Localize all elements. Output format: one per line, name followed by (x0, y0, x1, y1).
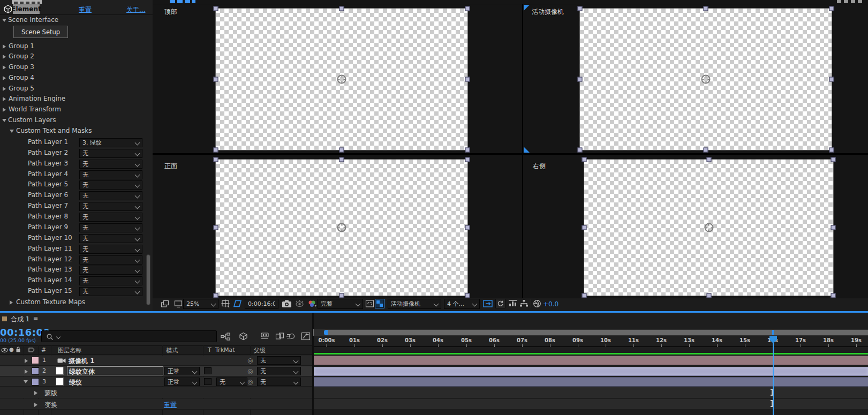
path-layer-select[interactable]: 无 (79, 180, 142, 190)
show-channel-icon[interactable] (307, 299, 317, 308)
motion-blur-icon[interactable] (286, 332, 295, 341)
view-layout-select[interactable]: 4 个... (444, 299, 480, 309)
layer-row-2[interactable]: 2 绿纹立体 正常 ◎ 无 (0, 366, 312, 376)
column-layer-name[interactable]: 图层名称 (58, 346, 81, 354)
blend-mode-select[interactable]: 正常 (164, 378, 200, 386)
layer-label-color[interactable] (32, 367, 39, 375)
path-layer-select[interactable]: 无 (79, 202, 142, 211)
time-navigator-start-handle[interactable] (324, 330, 328, 335)
layer-label-color[interactable] (32, 357, 39, 364)
trkmat-select[interactable]: 无 (216, 378, 247, 386)
expand-right-icon[interactable] (34, 403, 37, 407)
layer-name[interactable]: 绿纹立体 (69, 367, 95, 376)
selection-handle[interactable] (465, 225, 470, 230)
pickwhip-icon[interactable]: ◎ (247, 357, 253, 364)
group-group-4[interactable]: Group 4 (0, 73, 145, 83)
selection-handle[interactable] (706, 157, 711, 162)
grid-guides-icon[interactable] (221, 299, 230, 308)
selection-handle[interactable] (578, 77, 583, 82)
exposure-shutter-icon[interactable] (533, 299, 541, 308)
selection-handle[interactable] (582, 157, 587, 162)
current-time-field[interactable]: 0:00:16:00 (245, 299, 278, 309)
column-mode[interactable]: 模式 (166, 346, 178, 354)
parent-select[interactable]: 无 (257, 378, 301, 386)
effect-about-link[interactable]: 关于... (126, 5, 145, 14)
effect-name-highlight[interactable]: Element (13, 4, 40, 14)
comp-view-active-camera[interactable] (580, 9, 832, 150)
column-parent[interactable]: 父级 (254, 346, 266, 354)
group-scene-interface[interactable]: Scene Interface (0, 16, 145, 25)
pickwhip-icon[interactable]: ◎ (247, 367, 253, 375)
video-column-icon[interactable] (1, 348, 8, 353)
column-hash[interactable]: # (41, 346, 46, 353)
selection-handle[interactable] (465, 6, 470, 11)
transparency-grid-icon[interactable] (375, 299, 384, 308)
clipped-viewer-tab-fragment[interactable] (170, 0, 195, 3)
group-world-transform[interactable]: World Transform (0, 105, 145, 115)
pixel-aspect-icon[interactable] (508, 299, 517, 307)
scene-setup-button[interactable]: Scene Setup (13, 26, 68, 38)
comp-tab-label[interactable]: 合成 1 (11, 315, 29, 324)
path-layer-select[interactable]: 无 (79, 287, 142, 296)
selection-handle[interactable] (214, 77, 218, 82)
keyframe-ibeam[interactable] (769, 389, 775, 396)
group-group-2[interactable]: Group 2 (0, 52, 145, 62)
transform-property-row[interactable]: 变换 重置 (0, 399, 312, 410)
selection-handle[interactable] (582, 225, 587, 230)
group-group-5[interactable]: Group 5 (0, 84, 145, 94)
selection-handle[interactable] (831, 225, 836, 230)
panel-scrollbar[interactable] (146, 254, 150, 305)
layer-name[interactable]: 绿纹 (69, 378, 82, 387)
selection-handle[interactable] (339, 6, 344, 11)
path-layer-select[interactable]: 无 (79, 191, 142, 200)
path-layer-select[interactable]: 无 (79, 255, 142, 265)
selection-handle[interactable] (465, 77, 470, 82)
path-layer-select[interactable]: 3. 绿纹 (79, 138, 142, 147)
masks-property-row[interactable]: 蒙版 (0, 387, 312, 398)
comp-view-right[interactable] (584, 160, 833, 296)
label-column-icon[interactable] (28, 347, 35, 353)
mini-flowchart-icon[interactable] (221, 333, 230, 341)
path-layer-select[interactable]: 无 (79, 245, 142, 254)
blend-mode-select[interactable]: 正常 (164, 367, 200, 375)
resolution-select[interactable]: 完整 (318, 299, 363, 309)
selection-handle[interactable] (214, 6, 218, 11)
layer-row-1[interactable]: 1 摄像机 1 ◎ 无 (0, 356, 312, 366)
expand-right-icon[interactable] (34, 391, 37, 395)
expand-right-icon[interactable] (25, 359, 28, 363)
group-group-3[interactable]: Group 3 (0, 63, 145, 72)
selection-handle[interactable] (829, 6, 834, 11)
audio-column-icon[interactable]: ● (9, 346, 14, 352)
selection-handle[interactable] (214, 157, 218, 162)
column-t[interactable]: T (208, 346, 212, 353)
selection-handle[interactable] (704, 148, 708, 153)
selection-handle[interactable] (465, 148, 470, 153)
mask-visibility-icon[interactable] (232, 299, 243, 308)
selection-handle[interactable] (829, 77, 834, 82)
group-animation-engine[interactable]: Animation Engine (0, 94, 145, 104)
layer-row-3[interactable]: 3 绿纹 正常 无 ◎ 无 (0, 377, 312, 387)
refresh-view-icon[interactable] (495, 299, 505, 308)
layer-bar-layer3[interactable] (314, 377, 868, 387)
selection-handle[interactable] (704, 6, 708, 11)
effect-reset-link[interactable]: 重置 (79, 5, 92, 14)
shy-icon[interactable] (260, 332, 269, 341)
main-viewer-icon[interactable] (174, 300, 183, 308)
panel-menu-icon[interactable]: ≡ (33, 315, 38, 322)
column-trkmat[interactable]: TrkMat (215, 346, 235, 353)
path-layer-select[interactable]: 无 (79, 276, 142, 285)
share-view-icon[interactable] (482, 299, 493, 308)
selection-handle[interactable] (465, 157, 470, 162)
selection-handle[interactable] (214, 148, 218, 153)
group-group-1[interactable]: Group 1 (0, 42, 145, 51)
parent-select[interactable]: 无 (257, 367, 301, 375)
3d-view-select[interactable]: 活动摄像机 (388, 299, 441, 309)
masks-label[interactable]: 蒙版 (44, 389, 57, 398)
selection-handle[interactable] (829, 148, 834, 153)
time-ruler[interactable] (314, 336, 868, 347)
group-custom-layers[interactable]: Custom Layers (0, 116, 145, 125)
selection-handle[interactable] (339, 148, 344, 153)
pickwhip-icon[interactable]: ◎ (247, 378, 253, 386)
path-layer-select[interactable]: 无 (79, 149, 142, 158)
trkmat-box[interactable] (204, 367, 212, 374)
